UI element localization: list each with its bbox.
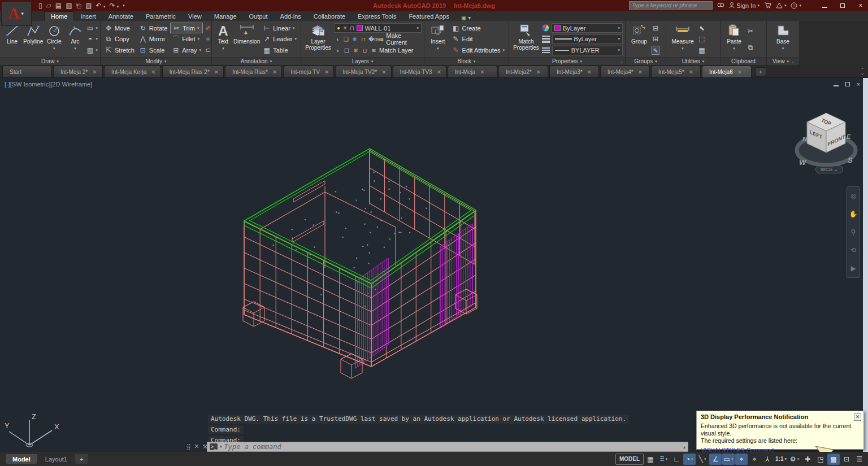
snap-mode-icon[interactable]: ⠿▾ (657, 454, 670, 465)
panel-label-properties[interactable]: Properties▾ ⌟ (509, 57, 625, 65)
file-tab-int-meja-rias-2-[interactable]: Int-Meja Rias 2*✕ (162, 66, 224, 77)
command-input[interactable] (224, 443, 681, 451)
scale-button[interactable]: ⊡Scale (137, 45, 169, 56)
graphics-performance-icon[interactable]: ▩ (827, 454, 840, 465)
layer-dropdown[interactable]: ● ☀ ⊓ WALL-01 ▾ (334, 23, 422, 33)
select-all-icon[interactable]: ⬚ (698, 34, 706, 44)
rectangle-tool-icon[interactable]: ▭▾ (86, 23, 98, 33)
ribbon-tab-featured-apps[interactable]: Featured Apps (402, 12, 455, 21)
command-recent-icon[interactable]: ▾ (220, 445, 222, 449)
paste-button[interactable]: Paste▾ (723, 22, 745, 56)
search-icon[interactable] (717, 2, 724, 8)
app-store-cart-icon[interactable] (764, 2, 771, 8)
close-tab-icon[interactable]: ✕ (689, 69, 693, 75)
rotate-button[interactable]: ↻Rotate (137, 23, 169, 33)
save-as-icon[interactable]: ▥ (66, 2, 72, 10)
showmotion-icon[interactable]: ▶ (850, 264, 856, 272)
panel-launcher-icon[interactable]: ⌟ (620, 59, 622, 64)
linear-button[interactable]: ⊢Linear▾ (261, 23, 298, 33)
help-icon[interactable]: ? ▾ (791, 2, 801, 9)
edit-attributes-button[interactable]: ✎Edit Attributes▾ (450, 45, 506, 56)
navigation-bar[interactable]: ◎ ✋ ⚲ ⟲ ▶ (847, 186, 860, 278)
calculator-icon[interactable]: ▦ (698, 46, 706, 55)
pan-icon[interactable]: ✋ (849, 210, 858, 218)
ribbon-tab-collaborate[interactable]: Collaborate (307, 12, 351, 21)
create-block-button[interactable]: ◧Create (450, 23, 506, 33)
panel-label-view[interactable]: View▾ ⌟ (767, 57, 799, 65)
model-space-toggle[interactable]: MODEL (615, 454, 644, 465)
panel-label-utilities[interactable]: Utilities▾ (666, 57, 720, 65)
line-button[interactable]: Line (2, 22, 22, 56)
mirror-button[interactable]: ⋀Mirror (137, 34, 169, 45)
grid-icon[interactable]: ▦ (644, 454, 657, 465)
file-tab-int-meja5-[interactable]: Int-Meja5*✕ (651, 66, 701, 77)
ribbon-tab-output[interactable]: Output (243, 12, 274, 21)
open-file-icon[interactable]: ▱ (46, 2, 51, 10)
command-input-bar[interactable]: >_ ▾ ▴ (207, 442, 688, 452)
file-tab-start[interactable]: Start (2, 66, 52, 77)
ribbon-tab-express-tools[interactable]: Express Tools (351, 12, 402, 21)
arc-button[interactable]: Arc▾ (65, 22, 85, 56)
measure-button[interactable]: Measure▾ (669, 22, 697, 56)
zoom-extents-icon[interactable]: ⚲ (851, 228, 856, 236)
viewport-restore-icon[interactable] (845, 81, 850, 88)
panel-label-block[interactable]: Block▾ (424, 57, 509, 65)
command-drag-handle[interactable]: ⣿ (186, 443, 190, 450)
panel-label-clipboard[interactable]: Clipboard (721, 57, 766, 65)
make-current-row[interactable]: ◖❏ ❄⊓ �она ≋Make Current (334, 34, 422, 44)
sign-in-button[interactable]: Sign In▾ (729, 2, 760, 9)
join-icon[interactable]: ⊂ (204, 46, 212, 55)
osnap-tracking-icon[interactable]: ∠ (709, 454, 722, 465)
ribbon-tab-home[interactable]: Home (44, 11, 74, 21)
hatch-tool-icon[interactable]: ▨▾ (86, 46, 98, 55)
ribbon-tab-manage[interactable]: Manage (208, 12, 243, 21)
layout1-tab[interactable]: Layout1 (38, 454, 74, 464)
match-layer-row[interactable]: ◖❏ ❄⊔ ≋Match Layer (334, 46, 422, 55)
match-properties-button[interactable]: Match Properties (511, 22, 541, 56)
table-button[interactable]: ▦Table (261, 45, 298, 56)
wcs-dropdown[interactable]: WCS ⌄ (815, 166, 843, 173)
trim-button[interactable]: ✂Trim▾ (170, 23, 203, 33)
copy-clip-icon[interactable]: ⧉ (747, 43, 754, 53)
close-tab-icon[interactable]: ✕ (214, 69, 219, 75)
file-tab-int-meja3-[interactable]: Int-Meja3*✕ (549, 66, 599, 77)
file-tab-int-meja-rias-[interactable]: Int-Meja Rias*✕ (225, 66, 282, 77)
close-tab-icon[interactable]: ✕ (587, 69, 592, 75)
file-tab-int-meja[interactable]: Int-Meja✕ (448, 66, 497, 77)
array-button[interactable]: ⊞Array▾ (170, 45, 203, 56)
minimize-button[interactable] (821, 2, 828, 10)
ortho-icon[interactable]: ∟ (670, 454, 683, 465)
file-tab-int-meja-tv3[interactable]: Int-Meja TV3✕ (393, 66, 446, 77)
media-icon[interactable]: ▣ ▾ (461, 15, 471, 21)
ribbon-tab-insert[interactable]: Insert (74, 12, 102, 21)
palette-edge-strip[interactable] (863, 78, 868, 452)
copy-button[interactable]: ⧉Copy (103, 34, 136, 45)
object-snap-icon[interactable]: ⌖ (735, 454, 748, 465)
isometric-drafting-icon[interactable]: ╲▾ (696, 454, 709, 465)
autodesk-account-icon[interactable]: ▾ (776, 2, 787, 8)
file-tab-int-meja-tv[interactable]: Int-meja TV✕ (283, 66, 334, 77)
group-button[interactable]: Group (628, 22, 650, 56)
fillet-button[interactable]: ⌒Fillet▾ (170, 34, 203, 45)
viewport-controls-label[interactable]: [-][SW Isometric][2D Wireframe] (5, 81, 92, 88)
ribbon-tab-parametric[interactable]: Parametric (140, 12, 182, 21)
group-selection-icon[interactable]: ⬉ (652, 46, 659, 55)
edit-block-button[interactable]: ✎Edit (450, 34, 506, 45)
command-close-icon[interactable]: ✕ (194, 443, 199, 450)
annotation-visibility-icon[interactable]: ⅄ (761, 454, 774, 465)
application-menu-button[interactable]: A ▼ (1, 1, 32, 26)
visualstyles-link[interactable]: VISUALSTYLES Command (701, 447, 774, 452)
dimension-button[interactable]: Dimension (233, 22, 260, 56)
cut-icon[interactable]: ✂ (747, 26, 754, 36)
quick-select-icon[interactable]: ⬉ (698, 23, 706, 33)
isolate-objects-icon[interactable]: ◳ (814, 454, 827, 465)
new-tab-button[interactable]: + (755, 67, 766, 76)
model-tab[interactable]: Model (6, 454, 37, 464)
explode-icon[interactable]: ⌗ (204, 34, 212, 44)
base-button[interactable]: Base▾ (771, 22, 795, 56)
insert-button[interactable]: Insert▾ (427, 22, 449, 56)
panel-label-layers[interactable]: Layers▾ (301, 57, 424, 65)
search-input[interactable] (629, 1, 713, 10)
circle-button[interactable]: Circle▾ (44, 22, 64, 56)
object-color-dropdown[interactable]: ByLayer▾ (552, 23, 623, 33)
